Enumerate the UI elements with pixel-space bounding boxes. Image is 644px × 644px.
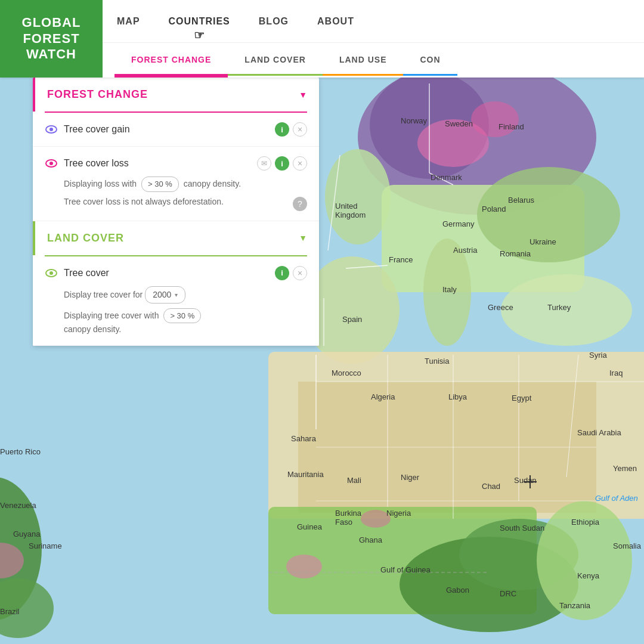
- nav-top: MAP COUNTRIES BLOG ABOUT FOREST CHANGE L…: [103, 0, 644, 78]
- displaying-with-text: Displaying tree cover with: [64, 311, 159, 320]
- tree-cover-canopy-text: canopy density.: [64, 324, 121, 334]
- land-cover-collapse-icon[interactable]: ▼: [299, 233, 307, 243]
- tree-cover-loss-close-button[interactable]: ×: [293, 156, 307, 171]
- tree-cover-visibility-icon[interactable]: [45, 268, 58, 278]
- tree-cover-loss-info-button[interactable]: i: [275, 156, 289, 171]
- land-cover-section-header[interactable]: LAND COVER ▼: [33, 221, 319, 255]
- tree-cover-info-button[interactable]: i: [275, 266, 289, 280]
- nav-countries[interactable]: COUNTRIES: [166, 11, 233, 32]
- nav-about[interactable]: ABOUT: [315, 11, 357, 32]
- logo[interactable]: GLOBAL FOREST WATCH: [0, 0, 103, 78]
- nav-primary: MAP COUNTRIES BLOG ABOUT: [103, 0, 644, 43]
- tree-cover-close-button[interactable]: ×: [293, 266, 307, 280]
- tree-cover-density-badge[interactable]: > 30 %: [163, 308, 201, 324]
- svg-point-7: [423, 239, 471, 346]
- tree-cover-loss-note: Tree cover loss is not always deforestat…: [45, 197, 307, 211]
- tree-cover-density-detail: Displaying tree cover with > 30 % canopy…: [45, 308, 307, 336]
- svg-point-8: [501, 274, 632, 346]
- display-for-text: Display tree cover for: [64, 290, 143, 299]
- svg-point-19: [286, 555, 322, 578]
- tree-cover-label: Tree cover: [64, 268, 269, 278]
- forest-change-title: FOREST CHANGE: [47, 88, 148, 101]
- nav-secondary: FOREST CHANGE LAND COVER LAND USE CON: [103, 43, 644, 78]
- sidebar-panel: FOREST CHANGE ▼ Tree cover gain i × Tree…: [33, 78, 319, 346]
- tree-cover-gain-close-button[interactable]: ×: [293, 122, 307, 137]
- eye-circle-purple: [45, 125, 57, 134]
- subnav-forest-change[interactable]: FOREST CHANGE: [114, 43, 228, 78]
- loss-help-button[interactable]: ?: [293, 197, 307, 211]
- loss-density-badge[interactable]: > 30 %: [141, 177, 179, 192]
- year-chevron-icon: ▾: [175, 290, 178, 299]
- subnav-con[interactable]: CON: [403, 43, 457, 78]
- tree-cover-gain-visibility-icon[interactable]: [45, 125, 58, 134]
- tree-cover-loss-row: Tree cover loss ✉ i ×: [45, 156, 307, 171]
- logo-text: GLOBAL FOREST WATCH: [22, 15, 81, 62]
- svg-point-14: [537, 501, 632, 620]
- year-selector[interactable]: 2000 ▾: [145, 286, 185, 304]
- forest-change-section-header[interactable]: FOREST CHANGE ▼: [33, 78, 319, 112]
- canopy-text: canopy density.: [184, 179, 241, 188]
- forest-change-collapse-icon[interactable]: ▼: [299, 90, 307, 100]
- eye-circle-pink: [45, 159, 57, 168]
- tree-cover-loss-visibility-icon[interactable]: [45, 159, 58, 168]
- tree-cover-loss-layer: Tree cover loss ✉ i × Displaying loss wi…: [33, 147, 319, 221]
- tree-cover-loss-label: Tree cover loss: [64, 158, 251, 169]
- navbar: GLOBAL FOREST WATCH MAP COUNTRIES BLOG A…: [0, 0, 644, 78]
- tree-cover-loss-detail: Displaying loss with > 30 % canopy densi…: [45, 177, 307, 192]
- year-value: 2000: [153, 289, 171, 301]
- displaying-loss-text: Displaying loss with: [64, 179, 137, 188]
- tree-cover-row: Tree cover i ×: [45, 266, 307, 280]
- nav-map[interactable]: MAP: [114, 11, 143, 32]
- svg-point-18: [471, 101, 519, 137]
- svg-point-5: [477, 167, 620, 262]
- svg-point-20: [361, 510, 391, 528]
- tree-cover-loss-mail-button[interactable]: ✉: [257, 156, 271, 171]
- eye-circle-green: [45, 269, 57, 277]
- subnav-land-use[interactable]: LAND USE: [323, 43, 404, 78]
- tree-cover-loss-actions: ✉ i ×: [257, 156, 307, 171]
- land-cover-title: LAND COVER: [47, 232, 124, 244]
- tree-cover-detail: Display tree cover for 2000 ▾: [45, 286, 307, 304]
- tree-cover-gain-row: Tree cover gain i ×: [45, 122, 307, 137]
- tree-cover-gain-info-button[interactable]: i: [275, 122, 289, 137]
- subnav-land-cover[interactable]: LAND COVER: [228, 43, 323, 78]
- tree-cover-layer: Tree cover i × Display tree cover for 20…: [33, 256, 319, 346]
- nav-blog[interactable]: BLOG: [256, 11, 291, 32]
- tree-cover-gain-actions: i ×: [275, 122, 307, 137]
- tree-cover-actions: i ×: [275, 266, 307, 280]
- loss-note-text: Tree cover loss is not always deforestat…: [64, 197, 288, 206]
- tree-cover-gain-label: Tree cover gain: [64, 124, 269, 135]
- tree-cover-gain-layer: Tree cover gain i ×: [33, 113, 319, 147]
